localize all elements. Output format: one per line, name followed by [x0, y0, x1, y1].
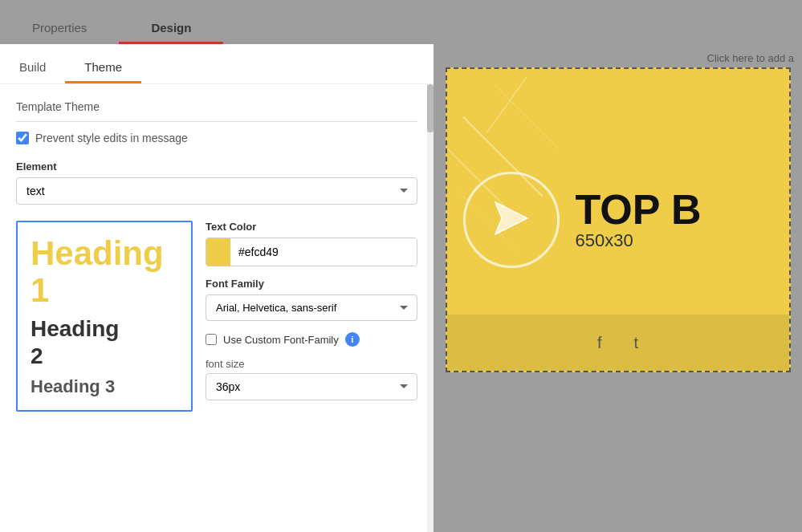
- color-swatch[interactable]: [206, 238, 230, 266]
- facebook-icon: f: [597, 334, 602, 352]
- canvas-heading: TOP B: [576, 189, 702, 230]
- font-family-label: Font Family: [206, 278, 417, 290]
- section-title: Template Theme: [16, 100, 417, 122]
- prevent-style-edits-label: Prevent style edits in message: [35, 132, 188, 144]
- color-input[interactable]: [230, 238, 417, 266]
- scrollbar-track: [427, 84, 434, 532]
- prevent-style-edits-checkbox[interactable]: [16, 132, 29, 144]
- heading2-preview: Heading2: [31, 315, 178, 369]
- twitter-icon: t: [634, 334, 639, 352]
- send-icon: [487, 194, 535, 246]
- canvas-text-area: TOP B 650x30: [576, 189, 702, 251]
- circle-icon-container: [463, 172, 560, 268]
- heading1-preview: Heading1: [31, 235, 178, 309]
- heading3-preview: Heading 3: [31, 376, 178, 397]
- click-hint: Click here to add a: [707, 52, 794, 64]
- tab-build-label: Build: [19, 60, 46, 74]
- tab-properties[interactable]: Properties: [0, 11, 119, 44]
- left-panel: Build Theme Template Theme Prevent style…: [0, 44, 434, 532]
- sub-tab-bar: Build Theme: [0, 44, 434, 84]
- font-size-select[interactable]: 12px 14px 16px 18px 24px 28px 32px 36px …: [206, 373, 417, 400]
- element-select[interactable]: text heading1 heading2 heading3: [16, 177, 417, 205]
- font-family-section: Font Family Arial, Helvetica, sans-serif…: [206, 278, 417, 321]
- custom-font-checkbox[interactable]: [206, 334, 217, 345]
- preview-panel: Heading1 Heading2 Heading 3: [16, 221, 193, 412]
- settings-layout: Heading1 Heading2 Heading 3 Text Color: [16, 221, 417, 412]
- right-panel: Click here to add a: [434, 44, 802, 532]
- custom-font-label: Use Custom Font-Family: [223, 334, 339, 346]
- tab-design-label: Design: [151, 21, 191, 35]
- canvas-subtext: 650x30: [576, 230, 702, 251]
- tab-theme[interactable]: Theme: [65, 51, 141, 83]
- canvas-area[interactable]: TOP B 650x30 f t: [446, 67, 791, 372]
- info-icon[interactable]: i: [345, 332, 360, 347]
- settings-column: Text Color Font Family Arial, Helvetica,…: [206, 221, 417, 412]
- top-tab-bar: Properties Design: [0, 0, 802, 44]
- tab-design[interactable]: Design: [119, 11, 223, 44]
- scrollbar-thumb[interactable]: [427, 84, 434, 132]
- main-layout: Build Theme Template Theme Prevent style…: [0, 44, 802, 532]
- prevent-style-edits-row: Prevent style edits in message: [16, 132, 417, 144]
- info-icon-label: i: [351, 335, 353, 344]
- color-field: [206, 238, 417, 266]
- canvas-footer: f t: [447, 315, 789, 371]
- tab-theme-label: Theme: [84, 60, 122, 74]
- font-size-section: font size 12px 14px 16px 18px 24px 28px …: [206, 358, 417, 400]
- font-size-label: font size: [206, 358, 417, 370]
- svg-marker-5: [495, 202, 527, 234]
- font-family-select[interactable]: Arial, Helvetica, sans-serif Georgia, se…: [206, 294, 417, 321]
- tab-properties-label: Properties: [32, 21, 87, 35]
- text-color-section: Text Color: [206, 221, 417, 266]
- text-color-label: Text Color: [206, 221, 417, 233]
- panel-content: Template Theme Prevent style edits in me…: [0, 84, 434, 532]
- custom-font-row: Use Custom Font-Family i: [206, 332, 417, 347]
- tab-build[interactable]: Build: [0, 51, 65, 83]
- element-label: Element: [16, 160, 417, 173]
